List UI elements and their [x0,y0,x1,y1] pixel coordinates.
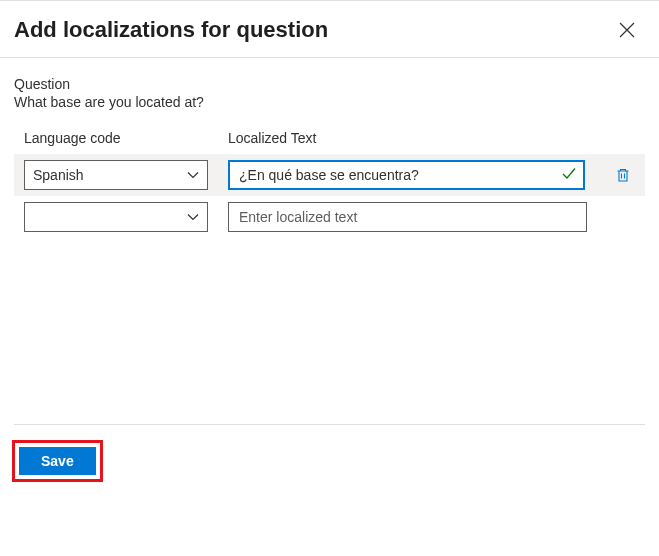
localized-text-input[interactable] [228,202,587,232]
chevron-down-icon [187,211,199,223]
language-select-value: Spanish [33,167,84,183]
close-icon [619,22,635,38]
question-text: What base are you located at? [14,94,645,110]
checkmark-icon [561,166,577,185]
trash-icon [615,167,631,183]
language-select[interactable]: Spanish [24,160,208,190]
question-label: Question [14,76,645,92]
localized-text-input[interactable] [228,160,585,190]
localization-row: Spanish [14,154,645,196]
column-header-localized: Localized Text [228,130,645,146]
column-headers: Language code Localized Text [14,130,645,146]
close-button[interactable] [615,18,639,42]
localization-row [14,196,645,238]
panel-header: Add localizations for question [0,0,659,58]
divider [14,424,645,425]
chevron-down-icon [187,169,199,181]
save-button[interactable]: Save [19,447,96,475]
highlight-annotation: Save [12,440,103,482]
column-header-language: Language code [24,130,208,146]
panel-title: Add localizations for question [14,17,328,43]
delete-row-button[interactable] [611,163,635,187]
language-select[interactable] [24,202,208,232]
